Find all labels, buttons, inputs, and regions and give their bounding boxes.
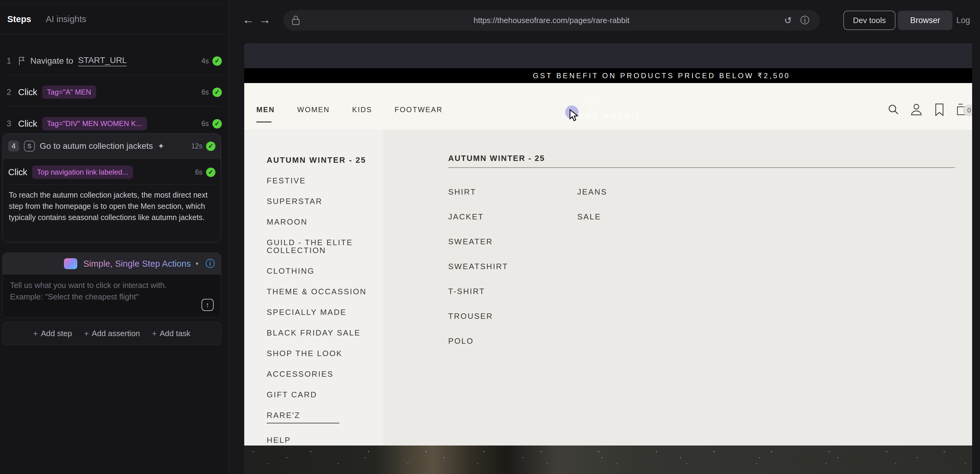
selector-badge: Tag="DIV" MEN WOMEN K... (42, 117, 147, 130)
task-step-card[interactable]: 4 S Go to autum collection jackets ✦ 12s… (2, 134, 221, 242)
site-header: MEN WOMEN KIDS FOOTWEAR RARE RABBIT (244, 83, 972, 130)
dev-tools-button[interactable]: Dev tools (843, 11, 896, 30)
submenu-item-trouser[interactable]: TROUSER (448, 312, 508, 320)
ai-sparkle-icon: ✦ (158, 142, 165, 151)
step-text: Navigate to (30, 56, 73, 66)
nav-men[interactable]: MEN (256, 105, 275, 114)
step-type-key-icon: S (24, 141, 35, 151)
plus-icon: + (152, 329, 157, 338)
wishlist-bookmark-icon[interactable] (933, 103, 945, 116)
account-icon[interactable] (910, 103, 923, 116)
step-row-1[interactable]: 1 Navigate to START_URL 4s ✓ (0, 47, 229, 75)
tab-steps[interactable]: Steps (7, 14, 31, 24)
active-nav-underline (256, 121, 272, 122)
ai-mode-selector[interactable]: Simple, Single Step Actions (83, 259, 191, 269)
step-action: Click (18, 87, 37, 97)
submenu-item-jeans[interactable]: JEANS (577, 188, 607, 196)
selector-badge: Tag="A" MEN (42, 86, 96, 99)
menu-item-specially-made[interactable]: SPECIALLY MADE (267, 308, 383, 316)
success-check-icon: ✓ (206, 168, 215, 177)
add-task-button[interactable]: + Add task (152, 329, 190, 338)
submenu-item-sweater[interactable]: SWEATER (448, 238, 508, 245)
task-step-header[interactable]: 4 S Go to autum collection jackets ✦ 12s… (3, 134, 221, 159)
selector-badge: Top navigation link labeled... (32, 165, 133, 179)
browser-viewport: GST BENEFIT ON PRODUCTS PRICED BELOW ₹2,… (244, 43, 972, 474)
cart-icon[interactable]: 0 (956, 103, 969, 116)
step-index: 2 (7, 87, 13, 97)
add-step-button[interactable]: + Add step (33, 329, 72, 338)
back-button[interactable]: ← (242, 13, 254, 26)
menu-item-autumn-winter[interactable]: AUTUMN WINTER - 25 (267, 156, 383, 164)
menu-item-rarez[interactable]: RARE'Z (267, 411, 339, 423)
success-check-icon: ✓ (206, 142, 215, 151)
tab-ai-insights[interactable]: AI insights (46, 14, 86, 24)
reload-button[interactable]: ↺ (784, 15, 792, 26)
task-step-body: Click Top navigation link labeled... 6s … (3, 159, 221, 242)
ai-panel-body: ↑ (3, 275, 221, 317)
info-icon[interactable]: ⓘ (205, 257, 215, 270)
view-tab-log[interactable]: Log (956, 11, 970, 30)
step-index-badge: 4 (8, 141, 19, 151)
start-url-link[interactable]: START_URL (78, 56, 127, 66)
subpanel-column-2: JEANS SALE (577, 188, 607, 221)
menu-item-clothing[interactable]: CLOTHING (267, 267, 383, 275)
menu-item-help[interactable]: HELP (267, 436, 383, 444)
address-bar[interactable]: https://thehouseofrare.com/pages/rare-ra… (283, 10, 820, 30)
subpanel-column-1: SHIRT JACKET SWEATER SWEATSHIRT T-SHIRT … (448, 188, 508, 345)
ai-instruction-input[interactable] (10, 280, 192, 313)
divider (7, 75, 222, 75)
nav-women[interactable]: WOMEN (297, 105, 330, 114)
search-icon[interactable] (887, 103, 899, 116)
step-row-2[interactable]: 2 Click Tag="A" MEN 6s ✓ (0, 78, 229, 106)
menu-item-black-friday-sale[interactable]: BLACK FRIDAY SALE (267, 329, 383, 337)
site-logo[interactable]: RARE RABBIT (572, 89, 642, 121)
submenu-item-tshirt[interactable]: T-SHIRT (448, 287, 508, 295)
task-title: Go to autum collection jackets (40, 141, 153, 151)
success-check-icon: ✓ (212, 119, 222, 129)
menu-item-festive[interactable]: FESTIVE (267, 177, 383, 185)
site-nav: MEN WOMEN KIDS FOOTWEAR (256, 105, 443, 114)
submenu-item-jacket[interactable]: JACKET (448, 213, 508, 221)
plus-icon: + (33, 329, 38, 338)
nav-footwear[interactable]: FOOTWEAR (395, 105, 443, 114)
submenu-item-sale[interactable]: SALE (577, 213, 607, 221)
submenu-item-sweatshirt[interactable]: SWEATSHIRT (448, 262, 508, 270)
ai-badge-icon: AI (64, 258, 77, 269)
flag-icon (18, 56, 25, 65)
forward-button[interactable]: → (259, 13, 270, 26)
submenu-item-polo[interactable]: POLO (448, 337, 508, 345)
submit-button[interactable]: ↑ (202, 299, 214, 311)
menu-item-maroon[interactable]: MAROON (267, 218, 383, 226)
menu-subpanel: AUTUMN WINTER - 25 SHIRT JACKET SWEATER … (383, 130, 972, 445)
success-check-icon: ✓ (212, 87, 222, 97)
step-index: 1 (7, 56, 13, 66)
plus-icon: + (84, 329, 89, 338)
step-duration: 6s (202, 120, 209, 128)
ai-panel-header: AI Simple, Single Step Actions ▾ ⓘ (3, 253, 221, 275)
add-assertion-button[interactable]: + Add assertion (84, 329, 140, 338)
chevron-down-icon: ▾ (196, 260, 199, 267)
step-duration: 4s (202, 57, 209, 65)
menu-item-accessories[interactable]: ACCESSORIES (267, 370, 383, 378)
hero-photo (244, 445, 972, 474)
subpanel-title: AUTUMN WINTER - 25 (448, 154, 545, 163)
url-text[interactable]: https://thehouseofrare.com/pages/rare-ra… (474, 16, 630, 25)
task-substep-row[interactable]: Click Top navigation link labeled... 6s … (3, 159, 221, 184)
menu-item-guild[interactable]: GUILD - THE ELITE COLLECTION (267, 239, 383, 254)
view-tab-browser[interactable]: Browser (898, 11, 953, 30)
announcement-text: GST BENEFIT ON PRODUCTS PRICED BELOW ₹2,… (533, 72, 790, 80)
submenu-item-shirt[interactable]: SHIRT (448, 188, 508, 196)
rabbit-logo-icon (572, 89, 611, 111)
nav-kids[interactable]: KIDS (352, 105, 372, 114)
menu-item-theme-occassion[interactable]: THEME & OCCASSION (267, 288, 383, 296)
menu-item-gift-card[interactable]: GIFT CARD (267, 391, 383, 399)
page-top-band (244, 43, 972, 68)
step-duration: 6s (195, 168, 202, 177)
subpanel-divider (448, 167, 955, 168)
step-duration: 12s (191, 142, 202, 150)
logo-text: RARE RABBIT (572, 113, 642, 121)
substep-action: Click (8, 167, 27, 177)
menu-item-shop-the-look[interactable]: SHOP THE LOOK (267, 350, 383, 357)
page-info-button[interactable]: ⓘ (800, 14, 810, 27)
menu-item-superstar[interactable]: SUPERSTAR (267, 197, 383, 205)
